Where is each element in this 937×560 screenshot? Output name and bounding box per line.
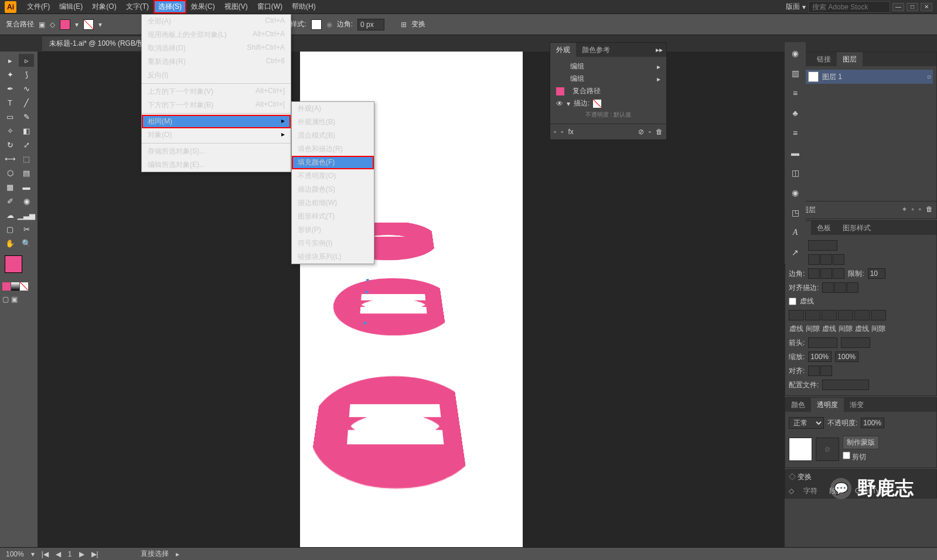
menu-help[interactable]: 帮助(H) — [287, 0, 321, 13]
submenu-stroke-color[interactable]: 描边颜色(S) — [292, 183, 374, 196]
arrow-end[interactable] — [841, 337, 870, 348]
delete-icon[interactable]: 🗑 — [656, 128, 663, 136]
weight-input[interactable] — [808, 240, 837, 251]
appearance-row[interactable]: 编组▸ — [554, 73, 663, 85]
gap-2[interactable] — [838, 310, 853, 320]
nav-prev-icon[interactable]: ◀ — [56, 550, 61, 558]
tab-transparency[interactable]: 透明度 — [811, 398, 844, 412]
new-fill-icon[interactable]: ▫ — [554, 128, 556, 136]
tab-graphic-styles[interactable]: 图形样式 — [837, 221, 877, 235]
submenu-stroke-weight[interactable]: 描边粗细(W) — [292, 196, 374, 210]
panel-collapse-icon[interactable]: ▸▸ — [652, 46, 666, 54]
duplicate-icon[interactable]: ▫ — [649, 128, 651, 136]
stroke-dropdown-icon[interactable]: ▾ — [98, 21, 102, 29]
appearance-stroke-row[interactable]: 👁▾描边: — [554, 97, 663, 110]
anchor-icon2[interactable]: ◇ — [50, 21, 55, 29]
maximize-button[interactable]: □ — [907, 3, 918, 11]
fill-swatch[interactable] — [60, 19, 70, 30]
align-center[interactable] — [822, 282, 834, 293]
fill-stroke-control[interactable] — [2, 255, 35, 279]
artboard-nav[interactable]: 1 — [68, 550, 72, 558]
type-tool[interactable]: T — [2, 96, 18, 109]
fill-color[interactable] — [5, 255, 22, 273]
pen-tool[interactable]: ✒ — [2, 82, 18, 95]
tab-color[interactable]: 颜色 — [785, 398, 811, 412]
graphic-styles-icon[interactable]: ◳ — [789, 206, 802, 219]
corner-miter[interactable] — [808, 268, 820, 279]
curvature-tool[interactable]: ∿ — [19, 82, 34, 95]
zoom-level[interactable]: 100% — [6, 550, 24, 558]
tab-links[interactable]: 链接 — [811, 52, 837, 67]
menu-reselect[interactable]: 重新选择(R)Ctrl+6 — [142, 55, 291, 69]
free-transform-tool[interactable]: ⬚ — [19, 152, 34, 165]
menu-inverse[interactable]: 反向(I) — [142, 69, 291, 82]
selection-tool[interactable]: ▸ — [2, 54, 18, 67]
close-button[interactable]: ✕ — [921, 3, 932, 11]
color-mode-fill[interactable] — [2, 282, 11, 291]
shaper-tool[interactable]: ✧ — [2, 124, 18, 137]
tab-appearance[interactable]: 外观 — [550, 43, 576, 57]
align-tip[interactable] — [808, 366, 820, 376]
blend-mode-select[interactable]: 正常 — [789, 417, 824, 429]
align-inside[interactable] — [834, 282, 846, 293]
recolor-icon[interactable]: ◉ — [326, 21, 332, 29]
mask-thumbnail[interactable]: ⊘ — [816, 438, 839, 461]
scale-tool[interactable]: ⤢ — [19, 138, 34, 151]
graph-tool[interactable]: ▁▃▅ — [19, 209, 34, 221]
appearance-row[interactable]: 编组▸ — [554, 60, 663, 73]
tab-gradient[interactable]: 渐变 — [844, 398, 870, 412]
appearance-panel-icon[interactable]: ◉ — [789, 186, 802, 199]
submenu-opacity[interactable]: 不透明度(O) — [292, 169, 374, 183]
swatches-panel-icon[interactable]: ▥ — [789, 67, 802, 80]
layer-target-icon[interactable]: ○ — [927, 73, 931, 81]
menu-same[interactable]: 相同(M)▸ — [142, 115, 291, 128]
line-tool[interactable]: ╱ — [19, 96, 34, 109]
submenu-fill-stroke[interactable]: 填色和描边(R) — [292, 142, 374, 156]
align-end[interactable] — [820, 366, 832, 376]
search-input[interactable] — [808, 1, 890, 13]
cap-square[interactable] — [833, 254, 844, 265]
perspective-tool[interactable]: ▤ — [19, 166, 34, 179]
menu-select[interactable]: 选择(S) — [154, 0, 186, 13]
gradient-panel-icon[interactable]: ▬ — [789, 146, 802, 159]
menu-select-all-artboard[interactable]: 现用画板上的全部对象(L)Alt+Ctrl+A — [142, 28, 291, 42]
new-stroke-icon[interactable]: ▫ — [561, 128, 563, 136]
menu-next-above[interactable]: 上方的下一个对象(V)Alt+Ctrl+] — [142, 85, 291, 98]
dash-1[interactable] — [789, 310, 804, 320]
stroke-swatch[interactable] — [83, 19, 94, 30]
limit-input[interactable] — [868, 268, 885, 279]
type-panel-icon[interactable]: A — [789, 226, 802, 239]
slice-tool[interactable]: ✂ — [19, 223, 34, 235]
cap-round[interactable] — [820, 254, 832, 265]
profile-select[interactable] — [822, 380, 869, 390]
menu-object-submenu[interactable]: 对象(O)▸ — [142, 128, 291, 142]
nav-first-icon[interactable]: |◀ — [42, 550, 49, 558]
menu-edit[interactable]: 编辑(E) — [54, 0, 87, 13]
menu-next-below[interactable]: 下方的下一个对象(B)Alt+Ctrl+[ — [142, 98, 291, 112]
eraser-tool[interactable]: ◧ — [19, 124, 34, 137]
menu-type[interactable]: 文字(T) — [121, 0, 154, 13]
new-sublayer-icon[interactable]: ▫ — [911, 205, 914, 215]
stroke-panel-icon[interactable]: ≡ — [789, 127, 802, 139]
direct-selection-tool[interactable]: ▹ — [19, 54, 34, 67]
scale-start[interactable] — [808, 351, 832, 362]
brush-tool[interactable]: ✎ — [19, 110, 34, 123]
symbols-panel-icon[interactable]: ♣ — [789, 107, 802, 119]
anchor-icon[interactable]: ▣ — [39, 21, 45, 29]
clear-icon[interactable]: ⊘ — [638, 128, 644, 136]
gap-3[interactable] — [871, 310, 886, 320]
shape-builder-tool[interactable]: ⬡ — [2, 166, 18, 179]
transparency-panel-icon[interactable]: ◫ — [789, 166, 802, 179]
style-swatch[interactable] — [311, 19, 322, 30]
width-tool[interactable]: ⟷ — [2, 152, 18, 165]
gap-1[interactable] — [805, 310, 820, 320]
make-mask-button[interactable]: 制作蒙版 — [843, 436, 879, 449]
lasso-tool[interactable]: ⟆ — [19, 68, 34, 81]
opacity-input[interactable] — [861, 418, 884, 428]
layout-dropdown-icon[interactable]: ▾ — [802, 3, 806, 11]
menu-window[interactable]: 窗口(W) — [253, 0, 287, 13]
menu-save-selection[interactable]: 存储所选对象(S)... — [142, 145, 291, 158]
eyedropper-tool[interactable]: ✐ — [2, 194, 18, 207]
tab-layers[interactable]: 图层 — [837, 52, 863, 67]
menu-view[interactable]: 视图(V) — [220, 0, 253, 13]
